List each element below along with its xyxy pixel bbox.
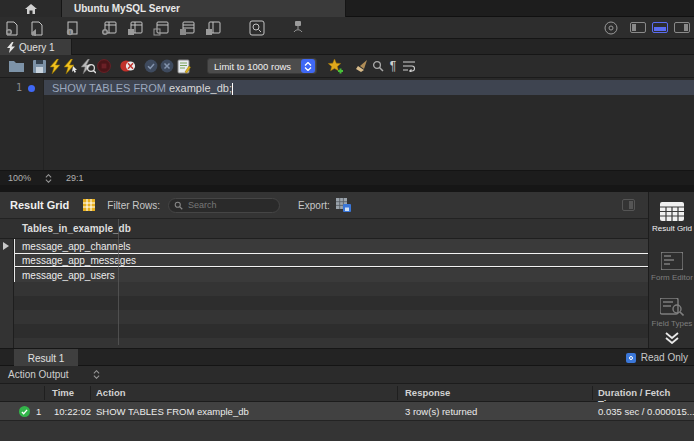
filter-search-input[interactable] (186, 199, 274, 211)
search-table-data-button[interactable] (248, 20, 265, 36)
open-sql-file-button[interactable] (28, 20, 45, 36)
result-grid-panel-icon (660, 202, 684, 221)
tab-query-1[interactable]: Query 1 (0, 39, 72, 55)
main-toolbar: i (0, 17, 694, 39)
column-divider[interactable] (118, 219, 119, 345)
empty-grid-area (14, 282, 648, 348)
create-function-button[interactable] (204, 20, 221, 36)
create-view-button[interactable] (152, 20, 169, 36)
stop-on-error-toggle[interactable] (120, 58, 136, 74)
save-snippet-button[interactable] (328, 58, 344, 74)
save-icon[interactable] (31, 58, 47, 74)
sidebar-form-editor-label: Form Editor (651, 273, 693, 282)
dropdown-stepper-icon (301, 59, 315, 73)
find-icon[interactable] (370, 58, 386, 74)
toggle-autocommit-button[interactable] (176, 58, 192, 74)
action-output-title: Action Output (8, 369, 69, 380)
new-query-tab-button[interactable] (4, 20, 21, 36)
zoom-stepper[interactable] (45, 174, 52, 183)
read-only-icon (626, 353, 636, 363)
query-toolbar: Limit to 1000 rows ¶ (0, 55, 694, 78)
table-row[interactable]: message_app_users (14, 268, 648, 282)
stop-query-button[interactable] (96, 58, 112, 74)
zoom-level: 100% (8, 173, 31, 183)
action-output-panel: Action Output Time Action Response Durat… (0, 366, 694, 441)
explain-query-button[interactable] (80, 58, 96, 74)
selection-left-border (14, 239, 15, 282)
filter-search-box[interactable] (168, 198, 280, 213)
sql-identifier: example_db; (169, 82, 232, 94)
action-output-empty-area (0, 421, 694, 441)
wrap-text-toggle[interactable] (401, 58, 417, 74)
pane-splitter[interactable] (0, 185, 694, 192)
execute-current-statement-button[interactable] (63, 58, 79, 74)
col-header-response[interactable]: Response (405, 387, 450, 398)
create-schema-button[interactable] (100, 20, 117, 36)
show-invisibles-toggle[interactable]: ¶ (385, 58, 401, 74)
panel-collapse-button[interactable] (649, 332, 694, 344)
tab-result-1[interactable]: Result 1 (14, 349, 78, 367)
output-selector-stepper[interactable] (93, 370, 100, 379)
sidebar-result-grid-button[interactable]: Result Grid (649, 202, 694, 233)
cursor-position: 29:1 (66, 173, 84, 183)
connection-tab[interactable]: Ubuntu MySQL Server (62, 0, 346, 17)
column-header-tables[interactable]: Tables_in_example_db (22, 223, 131, 234)
svg-text:i: i (69, 29, 70, 35)
col-header-time[interactable]: Time (52, 387, 74, 398)
row-response: 3 row(s) returned (405, 406, 477, 417)
row-index: 1 (36, 406, 41, 417)
row-time: 10:22:02 (54, 406, 91, 417)
current-row-marker-icon (3, 242, 9, 250)
read-only-indicator: Read Only (626, 352, 688, 363)
sidebar-field-types-button[interactable]: Field Types (649, 298, 694, 328)
beautify-sql-button[interactable] (354, 58, 370, 74)
tab-query-1-label: Query 1 (19, 42, 55, 53)
col-header-action[interactable]: Action (96, 387, 126, 398)
inspector-button[interactable]: i (64, 20, 81, 36)
sql-editor[interactable]: 1 SHOW TABLES FROM example_db; (0, 78, 694, 170)
row-limit-dropdown[interactable]: Limit to 1000 rows (207, 58, 317, 74)
editor-gutter: 1 (0, 78, 44, 170)
toggle-right-panel-button[interactable] (674, 22, 690, 33)
row-limit-value: Limit to 1000 rows (208, 61, 301, 72)
bolt-icon (7, 42, 15, 53)
sidebar-result-grid-label: Result Grid (652, 224, 692, 233)
create-table-button[interactable] (126, 20, 143, 36)
connection-tab-label: Ubuntu MySQL Server (74, 3, 180, 14)
action-output-row[interactable]: 1 10:22:02 SHOW TABLES FROM example_db 3… (0, 402, 694, 421)
line-number: 1 (0, 82, 22, 93)
toggle-left-panel-button[interactable] (630, 22, 646, 33)
sql-keywords: SHOW TABLES FROM (52, 82, 169, 94)
search-icon (174, 201, 183, 210)
reconnect-dbms-button[interactable] (288, 20, 305, 36)
form-editor-panel-icon (661, 252, 683, 270)
open-file-icon[interactable] (8, 58, 24, 74)
toggle-output-panel-button[interactable] (652, 22, 668, 33)
editor-tab-bar: Query 1 (0, 39, 694, 55)
read-only-label: Read Only (641, 352, 688, 363)
connection-status-icon (602, 20, 619, 36)
grid-header-row: Tables_in_example_db (0, 219, 648, 239)
export-label: Export: (298, 200, 330, 211)
statement-marker-icon (28, 85, 35, 92)
table-row[interactable]: message_app_channels (14, 239, 648, 253)
create-procedure-button[interactable] (178, 20, 195, 36)
sql-statement: SHOW TABLES FROM example_db; (52, 82, 233, 95)
result-grid-title: Result Grid (10, 199, 69, 211)
table-row-selected[interactable]: message_app_messages (14, 253, 648, 267)
export-icon[interactable] (336, 198, 351, 212)
grid-icon (83, 199, 95, 211)
home-tab[interactable] (0, 0, 62, 17)
rollback-button[interactable] (159, 58, 175, 74)
grid-options-icon[interactable] (622, 199, 635, 211)
field-types-panel-icon (660, 298, 684, 316)
result-grid: Tables_in_example_db message_app_channel… (0, 219, 648, 348)
result-tab-bar: Result 1 Read Only (0, 348, 694, 366)
success-check-icon (19, 406, 30, 417)
sidebar-form-editor-button[interactable]: Form Editor (649, 252, 694, 282)
execute-query-button[interactable] (47, 58, 63, 74)
cell-value: message_app_channels (22, 241, 130, 252)
commit-button[interactable] (143, 58, 159, 74)
title-tab-bar: Ubuntu MySQL Server (0, 0, 694, 17)
home-icon (25, 4, 37, 14)
